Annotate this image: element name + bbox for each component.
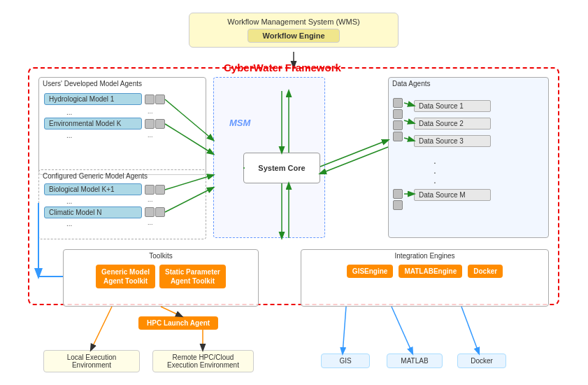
- conf-conn-sq-4: [155, 207, 165, 217]
- data-dots-3: .: [433, 175, 436, 185]
- configured-box: Configured Generic Model Agents: [38, 169, 206, 239]
- dots-conf-2: ...: [66, 220, 72, 227]
- data-sq-4: [393, 132, 403, 141]
- remote-env-box: Remote HPC/Cloud Execution Environment: [152, 350, 254, 372]
- docker-engine-btn[interactable]: Docker: [468, 265, 503, 278]
- env-model-item: Environmental Model K: [44, 118, 142, 130]
- connector-sq-1: [145, 94, 155, 104]
- data-sq-6: [393, 200, 403, 210]
- generic-model-toolkit-btn[interactable]: Generic ModelAgent Toolkit: [96, 265, 155, 288]
- matlab-engine-btn[interactable]: MATLABEngine: [399, 265, 462, 278]
- svg-line-19: [91, 307, 112, 350]
- data-sq-1: [393, 98, 403, 108]
- dots-conf-conn-1: ...: [148, 196, 153, 203]
- data-dots-2: .: [433, 165, 436, 175]
- dots-conn-2: ...: [148, 132, 153, 139]
- diagram-container: Workflow Management System (WMS) Workflo…: [0, 0, 588, 385]
- matlab-tool-box: MATLAB: [387, 354, 443, 368]
- gis-tool-box: GIS: [321, 354, 370, 368]
- connector-sq-4: [155, 119, 165, 129]
- users-box-title: Users' Developed Model Agents: [39, 78, 206, 90]
- toolkits-title: Toolkits: [64, 250, 258, 262]
- gis-engine-btn[interactable]: GISEngine: [347, 265, 394, 278]
- integration-box: Integration Engines GISEngine MATLABEngi…: [301, 249, 549, 307]
- data-agents-title: Data Agents: [389, 78, 548, 90]
- dots-conn-1: ...: [148, 108, 153, 115]
- connector-sq-2: [155, 94, 165, 104]
- svg-line-22: [392, 307, 413, 354]
- system-core-box: System Core: [243, 153, 320, 183]
- wms-title: Workflow Management System (WMS): [196, 18, 391, 26]
- wms-box: Workflow Management System (WMS) Workflo…: [189, 13, 399, 48]
- conf-conn-sq-1: [145, 185, 155, 195]
- conf-conn-sq-3: [145, 207, 155, 217]
- bio-model-item: Biological Model K+1: [44, 183, 142, 195]
- data-source-1: Data Source 1: [414, 100, 491, 112]
- data-sq-2: [393, 109, 403, 119]
- dots-conf-conn-2: ...: [148, 219, 153, 226]
- data-source-3: Data Source 3: [414, 135, 491, 147]
- svg-line-16: [161, 307, 182, 316]
- data-dots-1: .: [433, 155, 436, 165]
- integration-title: Integration Engines: [301, 250, 548, 262]
- cyberwater-label: CyberWater Framework: [224, 62, 341, 74]
- msm-label: MSM: [229, 118, 250, 128]
- docker-tool-box: Docker: [457, 354, 506, 368]
- svg-line-23: [461, 307, 479, 354]
- climatic-model-item: Climatic Model N: [44, 206, 142, 218]
- configured-box-title: Configured Generic Model Agents: [39, 170, 206, 182]
- workflow-engine-label: Workflow Engine: [248, 29, 339, 43]
- static-param-toolkit-btn[interactable]: Static ParameterAgent Toolkit: [159, 265, 226, 288]
- svg-line-21: [343, 307, 346, 354]
- connector-sq-3: [145, 119, 155, 129]
- data-source-m: Data Source M: [414, 189, 491, 201]
- data-sq-5: [393, 189, 403, 199]
- dots-models-1: ...: [66, 108, 72, 116]
- toolkits-box: Toolkits Generic ModelAgent Toolkit Stat…: [63, 249, 259, 307]
- conf-conn-sq-2: [155, 185, 165, 195]
- local-env-box: Local Execution Environment: [43, 350, 140, 372]
- hydro-model-item: Hydrological Model 1: [44, 93, 142, 105]
- hpc-launch-agent: HPC Launch Agent: [138, 316, 218, 330]
- data-sq-3: [393, 120, 403, 130]
- data-source-2: Data Source 2: [414, 118, 491, 130]
- dots-conf-1: ...: [66, 197, 72, 205]
- dots-models-2: ...: [66, 132, 72, 139]
